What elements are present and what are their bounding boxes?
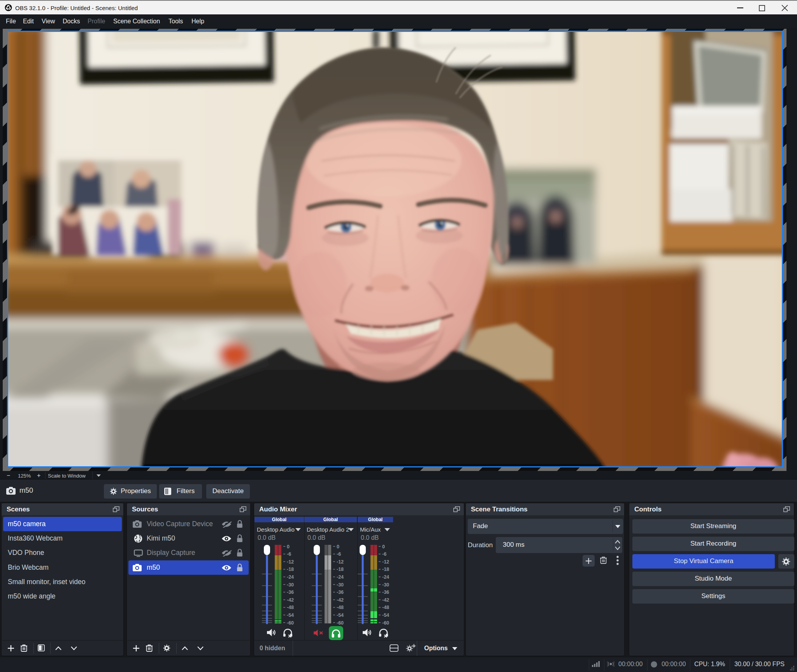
svg-text:-48: -48	[287, 605, 294, 610]
svg-text:-12: -12	[287, 559, 294, 565]
svg-text:-18: -18	[287, 567, 294, 572]
svg-text:-18: -18	[382, 567, 389, 572]
svg-text:0: 0	[382, 545, 385, 550]
svg-text:-54: -54	[287, 612, 294, 618]
svg-text:-54: -54	[337, 612, 344, 618]
svg-text:-30: -30	[337, 582, 344, 588]
svg-text:-30: -30	[382, 582, 389, 588]
svg-text:-12: -12	[337, 559, 344, 565]
svg-text:-42: -42	[382, 597, 389, 603]
svg-text:-60: -60	[287, 620, 294, 626]
svg-text:-30: -30	[287, 582, 294, 588]
svg-text:-48: -48	[337, 605, 344, 610]
svg-text:-42: -42	[287, 597, 294, 603]
svg-text:-6: -6	[337, 551, 341, 557]
svg-text:-18: -18	[337, 567, 344, 572]
svg-text:-6: -6	[287, 551, 291, 557]
svg-text:-36: -36	[382, 590, 389, 595]
svg-text:-24: -24	[382, 574, 389, 580]
svg-text:-12: -12	[382, 559, 389, 565]
svg-text:0: 0	[287, 545, 290, 550]
svg-text:-54: -54	[382, 612, 389, 618]
svg-text:-36: -36	[287, 590, 294, 595]
svg-text:0: 0	[337, 545, 339, 550]
svg-text:-24: -24	[287, 574, 294, 580]
svg-text:-60: -60	[382, 620, 389, 626]
svg-text:-48: -48	[382, 605, 389, 610]
svg-text:-6: -6	[382, 551, 386, 557]
svg-text:-42: -42	[337, 597, 344, 603]
svg-text:-36: -36	[337, 590, 344, 595]
svg-text:-24: -24	[337, 574, 344, 580]
svg-text:-60: -60	[337, 620, 344, 626]
